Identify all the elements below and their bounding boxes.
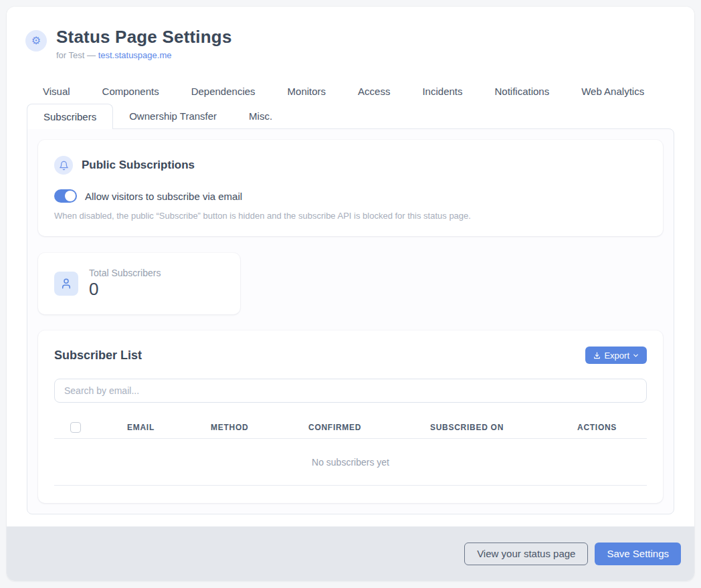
column-header-subscribed-on: SUBSCRIBED ON [430, 423, 577, 432]
tab-monitors[interactable]: Monitors [272, 79, 342, 104]
column-header-method: METHOD [211, 423, 308, 432]
person-icon [54, 272, 78, 296]
empty-state-message: No subscribers yet [312, 457, 389, 468]
tab-incidents[interactable]: Incidents [406, 79, 478, 104]
tabs-container: Visual Components Dependencies Monitors … [7, 79, 694, 128]
tab-dependencies[interactable]: Dependencies [175, 79, 272, 104]
bell-icon [54, 156, 73, 175]
tab-components[interactable]: Components [86, 79, 175, 104]
empty-state-row: No subscribers yet [54, 439, 647, 486]
column-header-confirmed: CONFIRMED [308, 423, 430, 432]
total-subscribers-card: Total Subscribers 0 [38, 253, 240, 314]
tab-subscribers-active[interactable]: Subscribers [27, 104, 113, 129]
allow-subscribe-toggle[interactable] [54, 189, 77, 203]
download-icon [593, 351, 601, 360]
settings-window: ⚙ Status Page Settings for Test — test.s… [7, 7, 694, 581]
subscribe-toggle-row: Allow visitors to subscribe via email [54, 189, 647, 203]
column-header-actions: ACTIONS [577, 423, 647, 432]
status-page-link[interactable]: test.statuspage.me [98, 50, 172, 60]
stat-value: 0 [89, 279, 161, 300]
page-title: Status Page Settings [56, 27, 232, 47]
tab-misc[interactable]: Misc. [233, 104, 288, 128]
subtitle-prefix: for Test — [56, 50, 98, 60]
tab-ownership-transfer[interactable]: Ownership Transfer [113, 104, 233, 128]
view-status-page-button[interactable]: View your status page [464, 543, 588, 565]
gear-icon: ⚙ [25, 30, 47, 52]
public-subscriptions-card: Public Subscriptions Allow visitors to s… [38, 140, 663, 236]
subscriber-list-card: Subscriber List Export EMAIL METHOD CONF… [38, 330, 663, 503]
tab-notifications[interactable]: Notifications [479, 79, 566, 104]
table-header-row: EMAIL METHOD CONFIRMED SUBSCRIBED ON ACT… [54, 416, 647, 439]
subscriber-list-header: Subscriber List Export [54, 347, 647, 364]
page-header: ⚙ Status Page Settings for Test — test.s… [7, 7, 694, 60]
save-settings-button[interactable]: Save Settings [595, 543, 681, 565]
subscribers-tab-panel: Public Subscriptions Allow visitors to s… [27, 128, 674, 514]
toggle-label: Allow visitors to subscribe via email [85, 191, 242, 202]
search-input[interactable] [54, 379, 647, 403]
header-text: Status Page Settings for Test — test.sta… [56, 27, 232, 60]
subscriber-list-title: Subscriber List [54, 349, 142, 363]
footer-action-bar: View your status page Save Settings [7, 526, 694, 581]
tab-access[interactable]: Access [342, 79, 406, 104]
column-header-email: EMAIL [127, 423, 211, 432]
tab-row-secondary: Subscribers Ownership Transfer Misc. [27, 104, 674, 128]
export-button[interactable]: Export [585, 347, 647, 364]
toggle-knob [65, 191, 76, 201]
tab-web-analytics[interactable]: Web Analytics [565, 79, 660, 104]
public-subscriptions-header: Public Subscriptions [54, 156, 647, 175]
select-all-cell [54, 422, 127, 433]
page-subtitle: for Test — test.statuspage.me [56, 50, 232, 60]
tab-visual[interactable]: Visual [27, 79, 86, 104]
stat-text: Total Subscribers 0 [89, 268, 161, 300]
stat-label: Total Subscribers [89, 268, 161, 278]
page-background: ⚙ Status Page Settings for Test — test.s… [0, 0, 701, 588]
subscribers-table: EMAIL METHOD CONFIRMED SUBSCRIBED ON ACT… [54, 416, 647, 503]
select-all-checkbox[interactable] [70, 422, 81, 433]
toggle-helper-text: When disabled, the public “Subscribe” bu… [54, 211, 647, 221]
chevron-down-icon [632, 352, 639, 359]
public-subscriptions-title: Public Subscriptions [82, 159, 195, 172]
list-bottom-padding [54, 486, 647, 503]
export-button-label: Export [604, 351, 629, 361]
tab-row-primary: Visual Components Dependencies Monitors … [27, 79, 674, 104]
